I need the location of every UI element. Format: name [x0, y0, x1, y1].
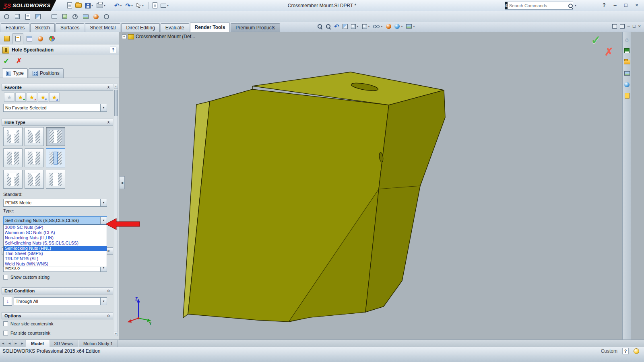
show-custom-sizing-checkbox[interactable] [3, 275, 8, 280]
graphics-viewport[interactable] [120, 32, 622, 339]
options-section-header[interactable]: Options « [2, 312, 113, 319]
secondary-toolbar-icon-9[interactable] [91, 12, 101, 21]
redo-icon[interactable]: ↷▼ [124, 1, 134, 10]
collapse-chevron-icon[interactable]: « [106, 290, 112, 292]
display-style-icon[interactable]: ▼ [362, 24, 370, 29]
cancel-button[interactable]: ✗ [16, 57, 22, 65]
dropdown-option[interactable]: TRI-DENT® (SL) [4, 256, 107, 261]
delete-favorite-button[interactable]: ★× [27, 93, 37, 102]
reference-triad[interactable]: Z Y [126, 295, 154, 325]
ok-button[interactable]: ✓ [3, 56, 10, 66]
next-tab-icon[interactable]: ▶ [13, 340, 19, 347]
ribbon-tab-features[interactable]: Features [1, 23, 29, 32]
view-settings-icon[interactable]: ▼ [406, 24, 415, 29]
tab-type[interactable]: Type [2, 68, 28, 78]
select-icon[interactable]: ▼ [135, 1, 145, 10]
displaymanager-tab-icon[interactable] [46, 33, 57, 44]
standard-dropdown[interactable]: PEM® Metric ▼ [3, 199, 107, 207]
dropdown-arrow-icon[interactable]: ▼ [100, 104, 107, 111]
hole-type-tapered-tap-button[interactable] [25, 148, 44, 167]
secondary-toolbar-icon-3[interactable] [23, 12, 32, 21]
type-dropdown[interactable]: Self-clinching Nuts (S,SS,CLS,CLSS) ▼ [3, 216, 107, 224]
favorite-dropdown[interactable]: No Favorite Selected ▼ [3, 104, 107, 112]
dropdown-option[interactable]: Non-locking Nuts (H,HN) [4, 235, 107, 241]
dropdown-option-highlighted[interactable]: Self-locking Nuts (HNL) [4, 246, 107, 251]
featuremanager-tab-icon[interactable] [1, 33, 12, 44]
scroll-up-icon[interactable]: ▲ [114, 84, 118, 89]
units-dropdown[interactable]: Custom [601, 348, 617, 354]
dropdown-option[interactable]: Aluminum SC Nuts (CLA) [4, 230, 107, 235]
feature-tree-root-label[interactable]: Crossmember Mount (Def... [136, 34, 195, 39]
propertymanager-help-button[interactable]: ? [110, 47, 116, 53]
section-view-icon[interactable] [343, 24, 348, 29]
previous-tab-icon[interactable]: ◀ [6, 340, 13, 347]
end-condition-section-header[interactable]: End Condition « [2, 287, 113, 294]
collapse-chevron-icon[interactable]: « [106, 315, 112, 317]
undo-icon[interactable]: ↶▼ [113, 1, 124, 10]
hole-type-counterbore-button[interactable] [3, 127, 23, 146]
hole-type-slot-button[interactable] [46, 170, 65, 189]
design-library-icon[interactable] [623, 47, 631, 55]
end-condition-direction-button[interactable]: ↓ [3, 297, 12, 306]
confirmation-corner-ok-icon[interactable]: ✓ [591, 33, 601, 47]
hole-type-legacy-button[interactable] [46, 148, 65, 167]
hide-show-items-icon[interactable]: ▼ [373, 25, 383, 28]
ribbon-tab-direct-editing[interactable]: Direct Editing [121, 23, 159, 32]
far-side-countersink-checkbox[interactable] [3, 331, 8, 335]
load-favorite-button[interactable]: ★▲ [49, 93, 60, 102]
panel-scrollbar[interactable]: ▲ ▼ [114, 84, 118, 336]
view-palette-icon[interactable] [623, 69, 631, 77]
add-update-favorite-button[interactable]: ★+ [15, 93, 26, 102]
dropdown-option[interactable]: Thin Sheet (SMPS) [4, 251, 107, 256]
secondary-toolbar-icon-1[interactable] [2, 12, 11, 21]
dropdown-arrow-icon[interactable]: ▼ [100, 298, 107, 305]
dimxpertmanager-tab-icon[interactable] [35, 33, 46, 44]
secondary-toolbar-icon-10[interactable] [102, 12, 111, 21]
status-help-icon[interactable]: ? [622, 348, 629, 354]
tree-expand-icon[interactable]: + [122, 35, 126, 39]
collapse-chevron-icon[interactable]: « [106, 121, 112, 124]
secondary-toolbar-icon-2[interactable] [12, 12, 22, 21]
quick-tips-icon[interactable] [634, 348, 639, 354]
first-tab-icon[interactable]: ◀ [0, 340, 6, 347]
hole-type-counterbore-slot-button[interactable] [3, 170, 23, 189]
solidworks-resources-icon[interactable]: ⌂ [623, 35, 631, 43]
propertymanager-tab-icon[interactable] [12, 33, 23, 44]
options-icon[interactable]: ▼ [159, 1, 170, 10]
hole-type-countersink-slot-button[interactable] [25, 170, 44, 189]
ribbon-tab-sheet-metal[interactable]: Sheet Metal [85, 23, 120, 32]
ribbon-tab-premium-products[interactable]: Premium Products [231, 23, 280, 32]
zoom-fit-icon[interactable] [317, 24, 322, 29]
document-minimize-icon[interactable]: – [627, 24, 630, 29]
hole-type-hole-button[interactable] [46, 127, 65, 146]
model-tab[interactable]: Model [26, 340, 49, 347]
hole-type-section-header[interactable]: Hole Type « [2, 119, 113, 126]
last-tab-icon[interactable]: ▶ [19, 340, 26, 347]
previous-view-icon[interactable]: ↶ [334, 23, 339, 29]
custom-properties-icon[interactable] [623, 92, 631, 100]
dropdown-option[interactable]: 300® SC Nuts (SP) [4, 225, 107, 230]
tab-positions[interactable]: Positions [29, 68, 64, 78]
edit-appearance-icon[interactable] [386, 24, 391, 29]
document-close-icon[interactable]: × [638, 24, 641, 29]
help-button[interactable]: ? [599, 1, 609, 9]
confirmation-corner-cancel-icon[interactable]: ✗ [605, 46, 613, 58]
secondary-toolbar-icon-6[interactable] [60, 12, 69, 21]
minimize-button[interactable]: – [610, 1, 620, 9]
print-icon[interactable]: ▼ [95, 1, 107, 10]
hole-type-straight-tap-button[interactable] [3, 148, 23, 167]
dropdown-arrow-icon[interactable]: ▼ [100, 199, 107, 206]
pane-toggle-icon-1[interactable] [612, 24, 617, 29]
3d-views-tab[interactable]: 3D Views [49, 340, 78, 347]
scroll-down-icon[interactable]: ▼ [114, 331, 118, 336]
file-explorer-icon[interactable] [623, 58, 631, 66]
ribbon-tab-surfaces[interactable]: Surfaces [56, 23, 84, 32]
restore-button[interactable]: □ [621, 1, 631, 9]
favorite-section-header[interactable]: Favorite « [2, 84, 113, 91]
new-document-icon[interactable] [66, 1, 73, 10]
save-icon[interactable]: ▼ [84, 1, 95, 10]
appearances-scenes-icon[interactable] [623, 80, 631, 88]
ribbon-tab-evaluate[interactable]: Evaluate [161, 23, 189, 32]
search-submit[interactable]: ▼ [568, 3, 578, 8]
apply-defaults-favorite-button[interactable]: ★ [4, 93, 14, 102]
